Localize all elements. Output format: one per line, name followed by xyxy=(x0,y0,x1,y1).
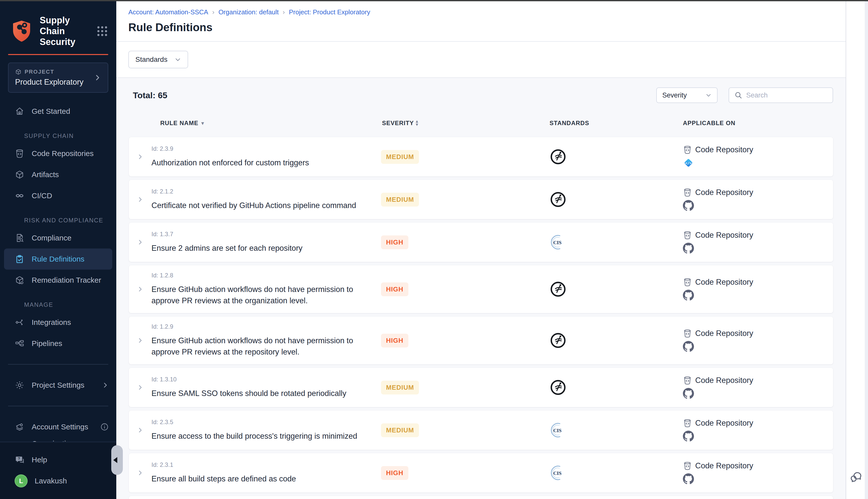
collapse-left-arrow-icon xyxy=(113,457,117,463)
chevron-down-icon xyxy=(706,92,711,98)
code-repository-icon xyxy=(683,329,692,338)
table-row[interactable]: Id: 1.1.9 HIGH CIS Code Repository xyxy=(129,496,833,499)
main-content: Account: Automation-SSCA › Organization:… xyxy=(116,1,846,499)
sidebar-item-project-settings[interactable]: Project Settings xyxy=(0,375,116,396)
sidebar-item-label: Artifacts xyxy=(32,170,59,179)
severity-badge: HIGH xyxy=(381,235,408,249)
user-menu[interactable]: L Lavakush xyxy=(0,470,116,491)
rule-id: Id: 1.2.9 xyxy=(151,323,380,330)
home-icon xyxy=(15,106,25,116)
sidebar-item-label: Code Repositories xyxy=(32,149,94,158)
table-row[interactable]: Id: 2.3.1 Ensure all build steps are def… xyxy=(129,453,833,492)
sidebar-item-rule-definitions[interactable]: Rule Definitions xyxy=(4,248,112,270)
breadcrumb-organization[interactable]: Organization: default xyxy=(219,8,279,16)
sidebar-item-organization-settings[interactable]: Organization Settings xyxy=(0,437,116,442)
row-expand-chevron-icon[interactable] xyxy=(129,337,151,344)
row-expand-chevron-icon[interactable] xyxy=(129,384,151,391)
provider-icon xyxy=(683,200,694,211)
sidebar-item-help[interactable]: ? Help xyxy=(0,449,116,470)
project-name: Product Exploratory xyxy=(15,78,94,87)
supply-chain-security-logo xyxy=(10,19,34,43)
github-icon xyxy=(683,200,694,211)
table-row[interactable]: Id: 2.3.9 Authorization not enforced for… xyxy=(129,137,833,177)
provider-icon xyxy=(683,388,694,399)
row-expand-chevron-icon[interactable] xyxy=(129,470,151,476)
right-panel xyxy=(846,1,868,499)
table-row[interactable]: Id: 1.3.10 Ensure SAML SSO tokens should… xyxy=(129,368,833,407)
rule-id: Id: 1.3.10 xyxy=(151,376,380,383)
code-repositories-icon xyxy=(15,148,25,159)
severity-badge: HIGH xyxy=(381,466,408,480)
rule-name: Certificate not verified by GitHub Actio… xyxy=(151,200,370,211)
sidebar-item-pipelines[interactable]: Pipelines xyxy=(0,333,116,354)
table-row[interactable]: Id: 1.3.7 Ensure 2 admins are set for ea… xyxy=(129,223,833,262)
row-expand-chevron-icon[interactable] xyxy=(129,427,151,434)
search-input[interactable] xyxy=(746,92,828,99)
rule-name: Ensure SAML SSO tokens should be rotated… xyxy=(151,388,370,399)
sidebar-item-label: Remediation Tracker xyxy=(32,276,101,284)
rule-id: Id: 1.2.8 xyxy=(151,272,380,279)
sidebar-item-integrations[interactable]: Integrations xyxy=(0,312,116,333)
code-repository-icon xyxy=(683,145,692,154)
svg-text:CIS: CIS xyxy=(553,428,561,433)
applicable-on-label: Code Repository xyxy=(695,329,753,338)
cis-standard-icon: CIS xyxy=(549,422,567,439)
cis-standard-icon: CIS xyxy=(549,464,567,482)
severity-filter-dropdown[interactable]: Severity xyxy=(656,87,718,103)
provider-icon: </> xyxy=(683,157,694,168)
sidebar-item-get-started[interactable]: Get Started xyxy=(0,101,116,122)
table-row[interactable]: Id: 1.2.9 Ensure GitHub action workflows… xyxy=(129,317,833,364)
severity-badge: MEDIUM xyxy=(381,193,419,207)
avatar: L xyxy=(15,474,28,487)
chat-widget-icon[interactable] xyxy=(850,470,863,484)
user-name: Lavakush xyxy=(35,477,67,485)
breadcrumb-account[interactable]: Account: Automation-SSCA xyxy=(128,8,208,16)
row-expand-chevron-icon[interactable] xyxy=(129,196,151,203)
project-selector[interactable]: PROJECT Product Exploratory xyxy=(8,63,108,93)
sidebar-item-compliance[interactable]: Compliance xyxy=(0,227,116,248)
rule-id: Id: 2.3.9 xyxy=(151,145,380,152)
sidebar-item-artifacts[interactable]: Artifacts xyxy=(0,164,116,185)
table-row[interactable]: Id: 2.3.5 Ensure access to the build pro… xyxy=(129,411,833,450)
remediation-box-icon xyxy=(15,275,25,285)
row-expand-chevron-icon[interactable] xyxy=(129,286,151,292)
column-header-standards: STANDARDS xyxy=(527,120,681,126)
chevron-right-icon xyxy=(94,74,101,82)
github-icon xyxy=(683,473,694,484)
github-icon xyxy=(683,243,694,254)
sidebar-item-account-settings[interactable]: Account Settings xyxy=(0,416,116,437)
breadcrumb-project[interactable]: Project: Product Exploratory xyxy=(289,8,370,16)
sidebar-item-label: Organization Settings xyxy=(32,439,94,442)
row-expand-chevron-icon[interactable] xyxy=(129,154,151,160)
column-header-severity[interactable]: SEVERITY ▴▾ xyxy=(380,120,527,126)
owasp-standard-icon xyxy=(549,281,567,298)
scrollbar[interactable] xyxy=(865,1,868,499)
code-repository-icon xyxy=(683,188,692,197)
row-expand-chevron-icon[interactable] xyxy=(129,239,151,245)
table-row[interactable]: Id: 2.1.2 Certificate not verified by Gi… xyxy=(129,180,833,219)
code-repository-icon xyxy=(683,145,692,154)
sidebar-item-cicd[interactable]: CI/CD xyxy=(0,185,116,206)
sidebar-item-label: CI/CD xyxy=(32,192,52,200)
sidebar-item-code-repositories[interactable]: Code Repositories xyxy=(0,143,116,164)
compliance-doc-icon xyxy=(15,233,25,243)
standards-filter-dropdown[interactable]: Standards xyxy=(128,51,188,68)
sidebar-item-remediation-tracker[interactable]: Remediation Tracker xyxy=(0,270,116,291)
sidebar-collapse-handle[interactable] xyxy=(111,445,123,475)
section-label: MANAGE xyxy=(0,301,116,308)
applicable-on-label: Code Repository xyxy=(695,376,753,385)
code-repository-icon xyxy=(683,418,692,428)
table-row[interactable]: Id: 1.2.8 Ensure GitHub action workflows… xyxy=(129,265,833,313)
project-label: PROJECT xyxy=(25,69,54,75)
rule-definitions-clipboard-icon xyxy=(15,254,25,264)
table-header-row: RULE NAME ▾ SEVERITY ▴▾ STANDARDS APPLIC… xyxy=(129,118,833,129)
accent-bar xyxy=(8,54,108,55)
sidebar: Supply Chain Security PROJECT Product Ex… xyxy=(0,1,116,499)
applicable-on-label: Code Repository xyxy=(695,145,753,154)
column-header-rule-name[interactable]: RULE NAME ▾ xyxy=(151,120,380,126)
cis-standard-icon: CIS xyxy=(549,234,567,251)
artifacts-cube-icon xyxy=(15,170,25,180)
module-grid-icon[interactable] xyxy=(96,25,109,38)
rule-id: Id: 2.1.2 xyxy=(151,188,380,195)
sidebar-item-label: Get Started xyxy=(32,107,70,115)
